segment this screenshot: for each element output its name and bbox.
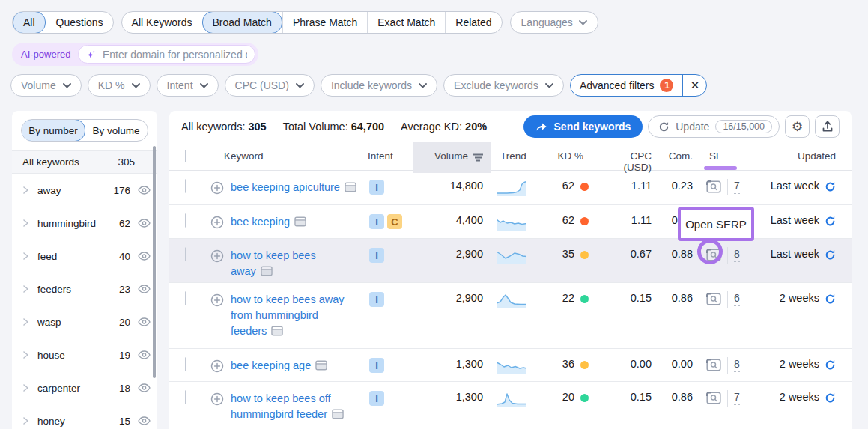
sidebar-item-honey[interactable]: honey15 xyxy=(12,404,157,429)
keyword-link[interactable]: how to keep bees off hummingbird feeder xyxy=(231,391,344,424)
serp-source-icon[interactable] xyxy=(345,183,356,195)
sidebar-item-carpenter[interactable]: carpenter18 xyxy=(12,371,157,404)
row-checkbox[interactable] xyxy=(185,357,186,371)
eye-icon[interactable] xyxy=(136,219,151,228)
chevron-right-icon[interactable] xyxy=(22,219,29,228)
header-sf[interactable]: SF xyxy=(701,142,768,173)
chevron-right-icon[interactable] xyxy=(22,285,29,293)
send-keywords-button[interactable]: Send keywords xyxy=(523,115,643,138)
serp-source-icon[interactable] xyxy=(271,326,283,338)
keyword-link[interactable]: bee keeping age xyxy=(231,358,327,375)
tab-exact-match[interactable]: Exact Match xyxy=(367,12,445,33)
serp-features-count[interactable]: 6 xyxy=(734,292,740,306)
add-keyword-icon[interactable] xyxy=(210,249,224,266)
tab-all[interactable]: All xyxy=(13,11,46,34)
refresh-keyword-button[interactable] xyxy=(825,216,836,227)
refresh-keyword-button[interactable] xyxy=(825,359,836,371)
serp-features-count[interactable]: 8 xyxy=(734,248,740,262)
serp-features-count[interactable]: 8 xyxy=(734,358,740,372)
add-keyword-icon[interactable] xyxy=(210,392,224,409)
chevron-right-icon[interactable] xyxy=(22,350,29,359)
sidebar-item-away[interactable]: away176 xyxy=(12,174,157,207)
header-updated[interactable]: Updated xyxy=(768,142,840,173)
open-serp-button[interactable] xyxy=(706,249,721,261)
row-checkbox[interactable] xyxy=(185,390,186,404)
languages-dropdown[interactable]: Languages xyxy=(510,11,598,34)
clear-filters-button[interactable]: ✕ xyxy=(682,75,706,96)
eye-icon[interactable] xyxy=(136,186,151,195)
filter-kd[interactable]: KD % xyxy=(88,74,151,97)
serp-source-icon[interactable] xyxy=(332,410,344,422)
domain-input[interactable] xyxy=(103,49,248,61)
chevron-right-icon[interactable] xyxy=(22,416,29,425)
refresh-keyword-button[interactable] xyxy=(825,181,836,192)
open-serp-button[interactable] xyxy=(706,293,721,305)
sidebar-item-hummingbird[interactable]: hummingbird62 xyxy=(12,207,157,240)
open-serp-button[interactable] xyxy=(706,359,721,371)
header-trend[interactable]: Trend xyxy=(491,142,555,173)
sidebar-tab-by-volume[interactable]: By volume xyxy=(85,120,148,141)
row-checkbox[interactable] xyxy=(185,247,186,261)
keyword-link[interactable]: how to keep bees away xyxy=(231,248,316,281)
header-intent[interactable]: Intent xyxy=(368,142,413,173)
row-checkbox[interactable] xyxy=(185,213,186,228)
tab-all-keywords[interactable]: All Keywords xyxy=(122,12,202,33)
eye-icon[interactable] xyxy=(136,416,151,425)
refresh-keyword-button[interactable] xyxy=(825,293,836,305)
refresh-keyword-button[interactable] xyxy=(825,392,836,404)
tab-related[interactable]: Related xyxy=(445,12,501,33)
header-kd[interactable]: KD % xyxy=(555,142,622,173)
row-checkbox[interactable] xyxy=(185,291,186,305)
serp-features-count[interactable]: 7 xyxy=(734,180,740,194)
sidebar-scrollbar[interactable] xyxy=(153,146,156,378)
all-keywords-row[interactable]: All keywords 305 xyxy=(12,150,157,174)
row-checkbox[interactable] xyxy=(185,179,186,193)
eye-icon[interactable] xyxy=(136,383,151,392)
eye-icon[interactable] xyxy=(136,317,151,326)
filter-cpc-usd[interactable]: CPC (USD) xyxy=(225,74,315,97)
keyword-link[interactable]: bee keeping apiculture xyxy=(231,180,356,197)
filter-volume[interactable]: Volume xyxy=(10,74,82,97)
serp-source-icon[interactable] xyxy=(294,217,306,229)
update-button[interactable]: Update 16/15,000 xyxy=(648,115,780,138)
header-keyword[interactable]: Keyword xyxy=(204,142,368,173)
chevron-right-icon[interactable] xyxy=(22,383,29,392)
chevron-right-icon[interactable] xyxy=(22,186,29,195)
sidebar-item-wasp[interactable]: wasp20 xyxy=(12,305,157,338)
add-keyword-icon[interactable] xyxy=(210,216,224,232)
header-cpc[interactable]: CPC (USD) xyxy=(622,142,660,173)
eye-icon[interactable] xyxy=(136,285,151,293)
serp-features-count[interactable]: 7 xyxy=(734,391,740,405)
sidebar-item-feeders[interactable]: feeders23 xyxy=(12,273,157,305)
sidebar-item-house[interactable]: house19 xyxy=(12,338,157,371)
open-serp-button[interactable] xyxy=(706,392,721,404)
select-all-checkbox[interactable] xyxy=(185,150,186,162)
keyword-link[interactable]: bee keeping xyxy=(231,214,306,231)
keyword-link[interactable]: how to keep bees away from hummingbird f… xyxy=(231,292,345,341)
filter-intent[interactable]: Intent xyxy=(157,74,219,97)
serp-source-icon[interactable] xyxy=(315,361,327,373)
domain-input-wrap[interactable] xyxy=(78,45,255,64)
add-keyword-icon[interactable] xyxy=(210,293,224,310)
filter-include-keywords[interactable]: Include keywords xyxy=(321,74,437,97)
tab-broad-match[interactable]: Broad Match xyxy=(202,11,282,34)
eye-icon[interactable] xyxy=(136,350,151,359)
refresh-keyword-button[interactable] xyxy=(825,249,836,261)
eye-icon[interactable] xyxy=(136,252,151,261)
sidebar-item-feed[interactable]: feed40 xyxy=(12,240,157,273)
columns-settings-button[interactable]: ⚙ xyxy=(785,115,810,138)
filter-exclude-keywords[interactable]: Exclude keywords xyxy=(443,74,564,97)
advanced-filters-button[interactable]: Advanced filters 1 xyxy=(571,75,683,96)
serp-source-icon[interactable] xyxy=(261,267,273,279)
sidebar-tab-by-number[interactable]: By number xyxy=(21,119,85,142)
add-keyword-icon[interactable] xyxy=(210,181,224,198)
header-volume[interactable]: Volume xyxy=(413,142,491,173)
add-keyword-icon[interactable] xyxy=(210,359,224,376)
open-serp-button[interactable] xyxy=(706,180,721,193)
tab-questions[interactable]: Questions xyxy=(46,12,113,33)
chevron-right-icon[interactable] xyxy=(22,252,29,261)
tab-phrase-match[interactable]: Phrase Match xyxy=(282,12,367,33)
chevron-right-icon[interactable] xyxy=(22,317,29,326)
header-com[interactable]: Com. xyxy=(660,142,701,173)
export-button[interactable] xyxy=(815,115,840,138)
